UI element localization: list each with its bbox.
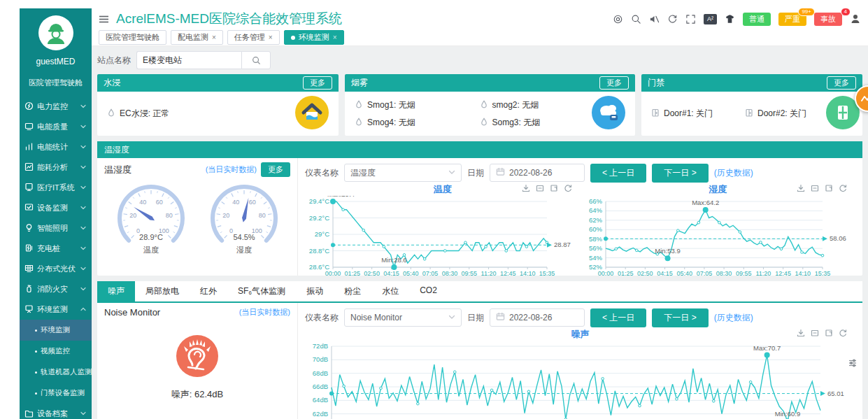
chevron-down-icon [448, 313, 455, 322]
sensor-status-item: Somg3: 无烟 [480, 117, 588, 129]
tab-医院管理驾驶舱[interactable]: 医院管理驾驶舱 [99, 30, 166, 45]
date-label: 日期 [467, 312, 484, 324]
tab-环境监测[interactable]: 环境监测× [284, 30, 344, 45]
sidebar-item-dashboard[interactable]: 医院管理驾驶舱 [20, 78, 92, 88]
realtime-data-label: (当日实时数据) [206, 164, 257, 175]
date-value: 2022-08-26 [509, 168, 552, 178]
alarm-count-badge: 4 [841, 8, 851, 16]
sidebar-item-电能统计[interactable]: 电能统计 [20, 137, 92, 157]
sensor-tab-SF₆气体监测[interactable]: SF₆气体监测 [227, 281, 296, 301]
fullscreen-icon[interactable] [685, 14, 696, 24]
refresh-icon[interactable] [564, 184, 572, 192]
svg-text:Min:53.9: Min:53.9 [655, 247, 680, 255]
sensor-tab-粉尘[interactable]: 粉尘 [334, 281, 371, 301]
sidebar-item-充电桩[interactable]: 充电桩 [20, 239, 92, 259]
humidity-chart[interactable]: 52%54%56%58%60%62%64%66%00:0001:2502:500… [581, 196, 856, 278]
data-zoom-icon[interactable] [536, 184, 544, 192]
more-button[interactable]: 更多 [303, 76, 332, 90]
next-day-button[interactable]: 下一日 > [652, 308, 708, 327]
sidebar-item-消防火灾[interactable]: 消防火灾 [20, 279, 92, 299]
alarm-badge-事故[interactable]: 事故4 [814, 13, 842, 26]
mute-icon[interactable] [649, 14, 660, 24]
sidebar-item-电力监控[interactable]: 电力监控 [20, 97, 92, 117]
next-day-button[interactable]: 下一日 > [652, 164, 708, 183]
sidebar-item-智能照明[interactable]: 智能照明 [20, 218, 92, 239]
sensor-tab-局部放电[interactable]: 局部放电 [135, 281, 190, 301]
prev-day-button[interactable]: < 上一日 [590, 308, 646, 327]
chevron-down-icon [80, 103, 87, 111]
sidebar-item-电能质量[interactable]: 电能质量 [20, 117, 92, 137]
sidebar-item-环境监测[interactable]: 环境监测 [20, 299, 92, 320]
save-image-icon[interactable] [797, 184, 805, 192]
meter-select[interactable]: 温湿度 [344, 164, 462, 182]
svg-text:66%: 66% [588, 197, 602, 205]
chart-filter-icon[interactable] [848, 359, 857, 369]
data-zoom-icon[interactable] [811, 329, 819, 337]
content: 站点名称 水浸更多EC水浸: 正常烟雾更多Smog1: 无烟smog2: 无烟S… [92, 46, 868, 419]
theme-icon[interactable] [725, 14, 735, 24]
sidebar-subitem-视频监控[interactable]: 视频监控 [20, 341, 92, 362]
sidebar-subitem-label: 门禁设备监测 [41, 388, 85, 398]
refresh-icon[interactable] [839, 329, 847, 337]
more-button[interactable]: 更多 [261, 162, 290, 177]
sidebar-subitem-环境监测[interactable]: 环境监测 [20, 320, 92, 341]
meter-select-value: Noise Monitor [350, 313, 402, 322]
save-image-icon[interactable] [522, 184, 530, 192]
sync-icon[interactable] [667, 14, 678, 24]
svg-text:07:05: 07:05 [696, 270, 712, 277]
close-tab-icon[interactable]: × [212, 34, 216, 41]
sensor-tab-红外[interactable]: 红外 [190, 281, 227, 301]
energy-analysis-icon-glyph [24, 162, 34, 171]
close-tab-icon[interactable]: × [333, 34, 337, 41]
menu-collapse-icon[interactable] [99, 15, 109, 24]
sensor-tab-噪声[interactable]: 噪声 [97, 281, 135, 301]
date-input[interactable]: 2022-08-26 [490, 308, 585, 327]
sensor-status-item: smog2: 无烟 [480, 99, 588, 111]
site-name-input[interactable] [136, 51, 241, 69]
target-icon[interactable] [613, 14, 623, 24]
sidebar-item-label: 电力监控 [37, 101, 68, 112]
restore-icon[interactable] [550, 184, 558, 192]
environment-icon-glyph [24, 304, 34, 313]
data-zoom-icon[interactable] [811, 184, 819, 192]
tab-label: 配电监测 [178, 32, 208, 43]
font-size-icon[interactable]: A² [704, 14, 717, 24]
save-image-icon[interactable] [797, 329, 805, 337]
prev-day-button[interactable]: < 上一日 [590, 164, 646, 183]
sensor-tab-水位[interactable]: 水位 [371, 281, 409, 301]
sidebar-item-label: 电能质量 [37, 122, 68, 132]
alarm-badge-普通[interactable]: 普通 [743, 13, 771, 26]
sensor-tab-CO2[interactable]: CO2 [409, 281, 448, 301]
sensor-tab-振动[interactable]: 振动 [296, 281, 334, 301]
restore-icon[interactable] [825, 329, 833, 337]
sidebar-subitem-轨道机器人监测[interactable]: 轨道机器人监测 [20, 362, 92, 383]
sidebar-subitem-门禁设备监测[interactable]: 门禁设备监测 [20, 383, 92, 404]
user-icon[interactable] [850, 13, 861, 24]
sidebar-item-分布式光伏[interactable]: 分布式光伏 [20, 259, 92, 279]
restore-icon[interactable] [825, 184, 833, 192]
noise-chart[interactable]: 60dB62dB64dB66dB68dB70dB72dB00:0000:4001… [305, 341, 855, 419]
history-data-link[interactable]: (历史数据) [714, 167, 753, 179]
meter-select[interactable]: Noise Monitor [344, 308, 462, 327]
search-icon[interactable] [631, 14, 641, 24]
door-icon [745, 108, 753, 119]
date-input[interactable]: 2022-08-26 [490, 164, 585, 182]
search-button[interactable] [241, 51, 271, 69]
close-tab-icon[interactable]: × [269, 34, 273, 41]
refresh-icon[interactable] [839, 184, 847, 192]
temperature-chart[interactable]: 28.6°C28.8°C29°C29.2°C29.4°C00:0001:2502… [305, 196, 581, 278]
more-button[interactable]: 更多 [827, 76, 856, 90]
tab-任务管理[interactable]: 任务管理× [227, 30, 280, 45]
sidebar-item-设备档案[interactable]: 设备档案 [20, 404, 92, 419]
sidebar-item-能耗分析[interactable]: 能耗分析 [20, 157, 92, 178]
sidebar-item-设备监测[interactable]: 设备监测 [20, 198, 92, 218]
history-data-link[interactable]: (历史数据) [714, 312, 753, 324]
sidebar-item-医疗IT系统[interactable]: 医疗IT系统 [20, 178, 92, 198]
save-image-icon-glyph [797, 329, 805, 337]
tab-label: 医院管理驾驶舱 [106, 32, 159, 43]
alarm-badge-严重[interactable]: 严重99+ [778, 13, 806, 26]
sensor-status-item: Smog1: 无烟 [355, 99, 463, 111]
medical-it-icon-glyph [24, 183, 34, 192]
more-button[interactable]: 更多 [599, 76, 629, 90]
tab-配电监测[interactable]: 配电监测× [171, 30, 223, 45]
